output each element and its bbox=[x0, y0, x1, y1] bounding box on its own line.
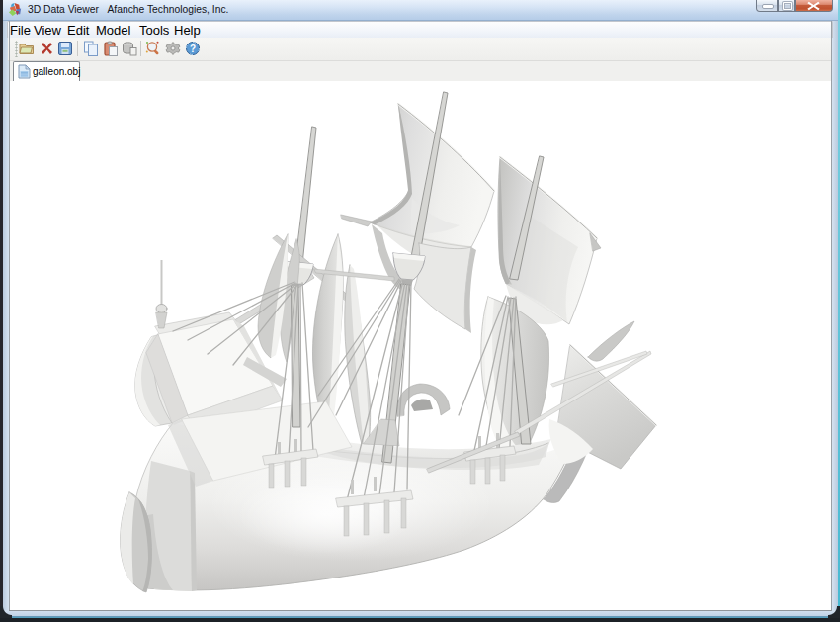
svg-text:?: ? bbox=[190, 44, 196, 54]
